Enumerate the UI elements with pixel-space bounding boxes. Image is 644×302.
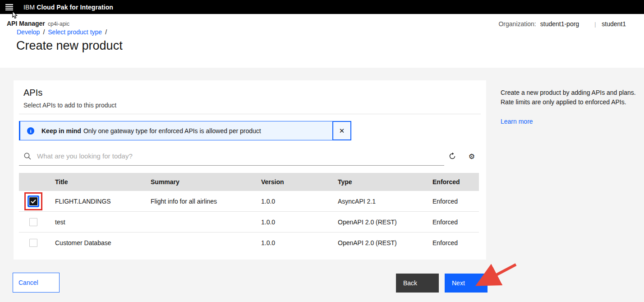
- row-checkbox-checked[interactable]: [29, 197, 37, 205]
- main-content: APIs Select APIs to add to this product …: [0, 68, 644, 302]
- cell-title: FLIGHT.LANDINGS: [48, 198, 143, 205]
- row-checkbox[interactable]: [29, 218, 37, 226]
- checkmark-icon: [31, 199, 36, 204]
- cancel-button[interactable]: Cancel: [13, 273, 60, 293]
- cell-version: 1.0.0: [254, 239, 331, 246]
- search-bar: [19, 147, 444, 166]
- app-name: API Manager: [7, 20, 45, 27]
- app-header: IBM Cloud Pak for Integration: [0, 0, 644, 14]
- brand-name: Cloud Pak for Integration: [37, 4, 113, 11]
- col-type: Type: [331, 178, 425, 186]
- table-row[interactable]: FLIGHT.LANDINGS Flight info for all airl…: [19, 191, 479, 212]
- apis-subheading: Select APIs to add to this product: [23, 102, 116, 109]
- cell-enforced: Enforced: [425, 218, 479, 226]
- breadcrumb-develop[interactable]: Develop: [17, 28, 40, 36]
- notification-message: Only one gateway type for enforced APIs …: [83, 127, 261, 135]
- info-icon: i: [27, 127, 34, 135]
- help-line-2: Rate limits are only applied to enforced…: [501, 98, 636, 107]
- cell-version: 1.0.0: [254, 218, 331, 226]
- apis-heading: APIs: [23, 88, 42, 98]
- col-version: Version: [254, 178, 331, 186]
- table-header-row: Title Summary Version Type Enforced: [19, 173, 479, 191]
- organization-bar: Organization: student1-porg | student1: [498, 20, 626, 28]
- row-checkbox[interactable]: [29, 239, 37, 247]
- organization-value[interactable]: student1-porg: [540, 20, 579, 28]
- col-title: Title: [48, 178, 143, 186]
- breadcrumb-select-product-type[interactable]: Select product type: [48, 28, 102, 36]
- learn-more-link[interactable]: Learn more: [501, 118, 533, 125]
- table-row[interactable]: Customer Database 1.0.0 OpenAPI 2.0 (RES…: [19, 232, 479, 253]
- api-table: Title Summary Version Type Enforced FLIG…: [19, 173, 479, 253]
- cell-type: AsyncAPI 2.1: [331, 198, 425, 205]
- col-summary: Summary: [143, 178, 254, 186]
- notification-title: Keep in mind: [41, 127, 81, 135]
- search-input[interactable]: [37, 152, 444, 160]
- cell-version: 1.0.0: [254, 198, 331, 205]
- refresh-icon[interactable]: [445, 149, 460, 163]
- breadcrumb-separator: /: [43, 28, 45, 36]
- brand-prefix: IBM: [23, 4, 35, 11]
- help-line-1: Create a new product by adding APIs and …: [501, 88, 636, 98]
- breadcrumb-separator: /: [105, 28, 107, 36]
- cell-summary: Flight info for all airlines: [143, 198, 254, 205]
- cell-title: Customer Database: [48, 239, 143, 246]
- search-icon: [23, 152, 32, 160]
- page-title: Create new product: [16, 39, 123, 53]
- cell-title: test: [48, 218, 143, 226]
- close-icon[interactable]: ✕: [332, 121, 351, 140]
- settings-gear-icon[interactable]: ⚙: [465, 149, 479, 163]
- cell-type: OpenAPI 2.0 (REST): [331, 239, 425, 246]
- org-separator: |: [594, 21, 596, 28]
- organization-label: Organization:: [498, 20, 536, 28]
- next-button[interactable]: Next: [445, 274, 488, 293]
- mouse-cursor-icon: [10, 11, 18, 20]
- breadcrumb: Develop / Select product type /: [17, 28, 107, 36]
- table-row[interactable]: test 1.0.0 OpenAPI 2.0 (REST) Enforced: [19, 212, 479, 232]
- apis-panel: APIs Select APIs to add to this product …: [14, 80, 486, 260]
- cell-enforced: Enforced: [425, 239, 479, 246]
- divider: [19, 114, 481, 114]
- back-button[interactable]: Back: [396, 274, 439, 293]
- instance-name: cp4i-apic: [48, 21, 69, 27]
- col-enforced: Enforced: [425, 178, 479, 186]
- page-header: API Manager cp4i-apic Organization: stud…: [0, 14, 644, 68]
- cell-enforced: Enforced: [425, 198, 479, 205]
- user-name[interactable]: student1: [602, 20, 626, 28]
- app-title: IBM Cloud Pak for Integration: [23, 4, 113, 11]
- help-text: Create a new product by adding APIs and …: [501, 88, 636, 107]
- cell-type: OpenAPI 2.0 (REST): [331, 218, 425, 226]
- info-notification: i Keep in mind Only one gateway type for…: [19, 121, 351, 140]
